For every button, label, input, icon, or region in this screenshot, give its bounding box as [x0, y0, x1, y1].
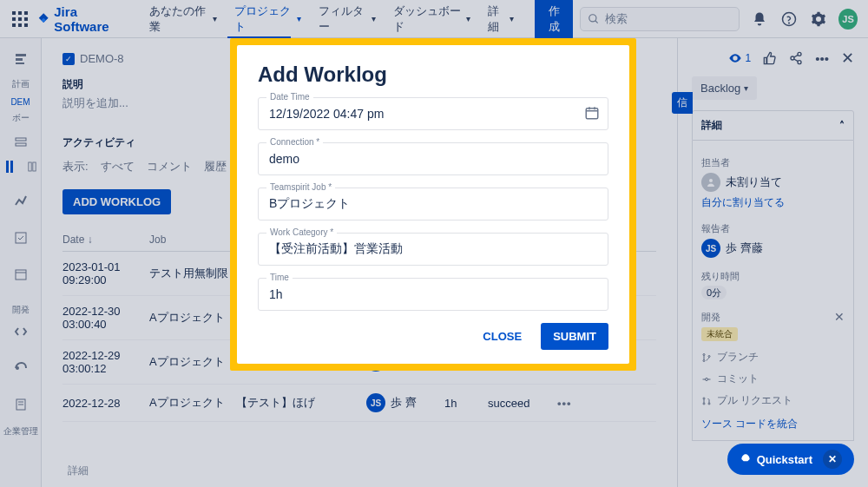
field-category: Work Category * [258, 233, 608, 266]
nav-details[interactable]: 詳細▾ [481, 0, 521, 38]
watch-button[interactable]: 1 [728, 51, 752, 65]
row-more-icon[interactable]: ••• [557, 397, 583, 410]
tab-all[interactable]: すべて [101, 159, 135, 174]
show-label: 表示: [62, 159, 89, 174]
modal-close-button[interactable]: CLOSE [474, 323, 530, 350]
help-icon[interactable] [779, 9, 799, 30]
tab-history[interactable]: 履歴 [204, 159, 227, 174]
rail-code-icon[interactable] [10, 321, 31, 342]
search-placeholder: 検索 [605, 11, 628, 27]
svg-rect-6 [12, 23, 16, 27]
chevron-down-icon: ▾ [213, 14, 217, 23]
feedback-button[interactable]: 信 [672, 92, 693, 114]
settings-icon[interactable] [809, 9, 828, 30]
nav-project[interactable]: プロジェクト▾ [227, 0, 309, 38]
top-navigation: Jira Software あなたの作業▾ プロジェクト▾ フィルター▾ ダッシ… [0, 0, 868, 38]
field-time: Time [258, 278, 608, 311]
nav-dashboard[interactable]: ダッシュボード▾ [386, 0, 477, 38]
rail-board-icon[interactable] [0, 156, 20, 177]
svg-rect-13 [16, 54, 26, 56]
rail-issues-icon[interactable] [10, 227, 31, 248]
svg-point-38 [706, 378, 708, 380]
quickstart-button[interactable]: Quickstart ✕ [727, 444, 854, 475]
datetime-input[interactable] [258, 97, 608, 130]
chevron-down-icon: ▾ [466, 14, 470, 23]
rail-pages-icon[interactable] [10, 394, 31, 415]
dev-pr-link[interactable]: プル リクエスト [701, 390, 845, 411]
svg-line-33 [794, 59, 799, 62]
svg-rect-2 [24, 11, 28, 15]
add-worklog-modal: Add Worklog Date Time Connection * Teams… [237, 45, 629, 364]
svg-point-9 [589, 14, 596, 21]
svg-rect-8 [24, 23, 28, 27]
datetime-label: Date Time [266, 92, 313, 102]
chevron-down-icon: ▾ [372, 14, 376, 23]
rail-deploy-icon[interactable] [10, 354, 31, 375]
dev-commit-link[interactable]: コミット [701, 368, 845, 390]
tab-comment[interactable]: コメント [147, 159, 192, 174]
dev-label: 開発 [701, 311, 720, 324]
reporter-value[interactable]: JS 歩 齊藤 [701, 239, 845, 258]
modal-title: Add Worklog [258, 63, 608, 87]
search-input[interactable]: 検索 [580, 7, 740, 31]
chevron-up-icon: ˄ [839, 120, 845, 132]
modal-submit-button[interactable]: SUBMIT [541, 323, 608, 350]
svg-line-32 [794, 55, 799, 57]
assign-to-me-link[interactable]: 自分に割り当てる [701, 195, 845, 210]
svg-point-31 [798, 61, 801, 64]
rail-board2-icon[interactable] [22, 156, 43, 177]
svg-point-42 [703, 403, 705, 405]
like-icon[interactable] [763, 51, 777, 65]
rail-backlog-icon[interactable] [10, 132, 31, 153]
svg-rect-16 [16, 138, 26, 141]
col-job: Job [149, 234, 236, 246]
quickstart-close-icon[interactable]: ✕ [823, 450, 842, 469]
col-date[interactable]: Date ↓ [62, 234, 149, 246]
svg-point-25 [16, 367, 18, 369]
user-avatar[interactable]: JS [838, 9, 858, 30]
share-icon[interactable] [789, 51, 803, 65]
rail-roadmap-icon[interactable] [10, 49, 31, 69]
time-input[interactable] [258, 278, 608, 311]
svg-rect-3 [12, 17, 16, 21]
job-input[interactable] [258, 188, 608, 220]
add-worklog-button[interactable]: ADD WORKLOG [62, 189, 171, 214]
rail-reports-icon[interactable] [10, 191, 31, 212]
bottom-tab-label[interactable]: 詳細 [68, 464, 89, 478]
integrate-source-link[interactable]: ソース コードを統合 [701, 417, 845, 431]
category-input[interactable] [258, 233, 608, 266]
connection-input[interactable] [258, 142, 608, 175]
create-button[interactable]: 作成 [535, 0, 573, 40]
assignee-value[interactable]: 未割り当て [701, 173, 845, 192]
rail-project-code[interactable]: DEM [10, 97, 30, 108]
svg-point-12 [789, 23, 790, 23]
nav-your-work[interactable]: あなたの作業▾ [142, 0, 224, 38]
assignee-label: 担当者 [701, 156, 845, 169]
left-rail: 計画 DEM ボー 開発 企業管理 [0, 38, 42, 487]
svg-rect-0 [12, 11, 16, 15]
svg-rect-18 [6, 161, 9, 173]
svg-rect-15 [16, 63, 24, 64]
reporter-label: 報告者 [701, 222, 845, 235]
field-connection: Connection * [258, 142, 608, 175]
chevron-down-icon: ▾ [510, 14, 514, 23]
status-select[interactable]: Backlog ▾ [692, 76, 757, 100]
dev-branch-link[interactable]: ブランチ [701, 346, 845, 368]
details-accordion-header[interactable]: 詳細 ˄ [692, 110, 854, 141]
notifications-icon[interactable] [750, 9, 769, 30]
svg-rect-23 [16, 270, 26, 280]
chevron-down-icon: ▾ [744, 83, 748, 93]
rail-calendar-icon[interactable] [10, 264, 31, 285]
nav-filter[interactable]: フィルター▾ [312, 0, 383, 38]
svg-rect-22 [16, 233, 26, 243]
jira-logo[interactable]: Jira Software [36, 4, 128, 34]
time-label: Time [266, 273, 293, 282]
dev-status-lozenge: 未統合 [701, 327, 738, 341]
calendar-icon[interactable] [584, 105, 600, 121]
dev-close-icon[interactable]: ✕ [834, 310, 845, 324]
svg-rect-5 [24, 17, 28, 21]
svg-line-10 [595, 20, 598, 23]
more-icon[interactable]: ••• [815, 51, 829, 66]
close-icon[interactable]: ✕ [841, 49, 854, 68]
app-switcher-icon[interactable] [10, 9, 30, 30]
